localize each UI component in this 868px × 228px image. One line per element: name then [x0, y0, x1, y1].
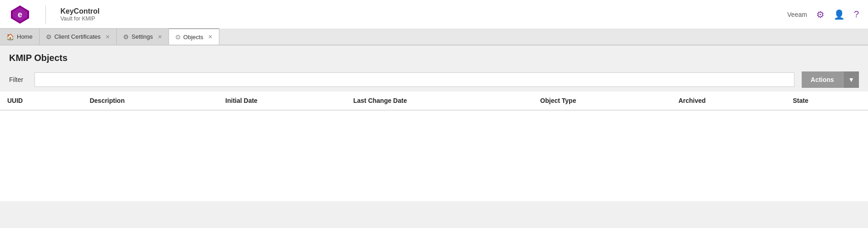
- tabs-bar: 🏠 Home ⚙ Client Certificates ✕ ⚙ Setting…: [0, 29, 868, 46]
- table-body: [0, 110, 868, 201]
- col-description: Description: [82, 91, 218, 110]
- tab-home[interactable]: 🏠 Home: [0, 28, 40, 45]
- page-title: KMIP Objects: [9, 53, 859, 63]
- tab-objects-close[interactable]: ✕: [208, 34, 213, 40]
- col-initial-date: Initial Date: [218, 91, 346, 110]
- actions-button[interactable]: Actions: [802, 71, 843, 88]
- tab-client-certificates[interactable]: ⚙ Client Certificates ✕: [40, 28, 117, 45]
- tab-client-certificates-label: Client Certificates: [55, 33, 101, 40]
- tab-objects[interactable]: ⊙ Objects ✕: [169, 28, 219, 45]
- col-uuid: UUID: [0, 91, 82, 110]
- kmip-table: UUID Description Initial Date Last Chang…: [0, 91, 868, 201]
- actions-btn-group: Actions ▼: [802, 71, 859, 88]
- settings-tab-icon: ⚙: [123, 33, 129, 41]
- help-icon[interactable]: ?: [854, 9, 859, 20]
- page-header: KMIP Objects: [0, 46, 868, 68]
- header-right: Veeam ⚙ 👤 ?: [787, 9, 859, 20]
- main-content: KMIP Objects Filter Actions ▼ UUID Descr…: [0, 46, 868, 228]
- logo-area: e KeyControl Vault for KMIP: [9, 4, 99, 25]
- empty-row: [0, 110, 868, 201]
- svg-text:e: e: [18, 10, 22, 19]
- filter-label: Filter: [9, 76, 27, 83]
- user-icon[interactable]: 👤: [833, 9, 845, 20]
- col-object-type: Object Type: [533, 91, 671, 110]
- table-header-row: UUID Description Initial Date Last Chang…: [0, 91, 868, 110]
- table-container: UUID Description Initial Date Last Chang…: [0, 91, 868, 201]
- col-archived: Archived: [671, 91, 786, 110]
- tab-home-label: Home: [17, 33, 33, 40]
- logo-divider: [45, 5, 46, 24]
- filter-input[interactable]: [35, 72, 794, 87]
- filter-row: Filter Actions ▼: [0, 68, 868, 91]
- tab-settings[interactable]: ⚙ Settings ✕: [117, 28, 169, 45]
- tab-objects-label: Objects: [184, 34, 203, 41]
- actions-dropdown-button[interactable]: ▼: [843, 71, 859, 88]
- col-state: State: [786, 91, 868, 110]
- tab-settings-close[interactable]: ✕: [158, 34, 162, 40]
- objects-tab-icon: ⊙: [175, 33, 181, 41]
- app-name: KeyControl: [60, 7, 99, 15]
- app-title: KeyControl Vault for KMIP: [60, 7, 99, 22]
- client-cert-icon: ⚙: [46, 33, 52, 41]
- col-last-change-date: Last Change Date: [346, 91, 533, 110]
- app-subtitle: Vault for KMIP: [60, 15, 99, 22]
- tab-client-certificates-close[interactable]: ✕: [105, 34, 110, 40]
- settings-icon[interactable]: ⚙: [816, 9, 824, 20]
- table-header: UUID Description Initial Date Last Chang…: [0, 91, 868, 110]
- entrust-logo: e: [9, 4, 31, 25]
- home-icon: 🏠: [6, 33, 14, 41]
- username-label: Veeam: [787, 11, 807, 18]
- app-header: e KeyControl Vault for KMIP Veeam ⚙ 👤 ?: [0, 0, 868, 29]
- tab-settings-label: Settings: [132, 33, 153, 40]
